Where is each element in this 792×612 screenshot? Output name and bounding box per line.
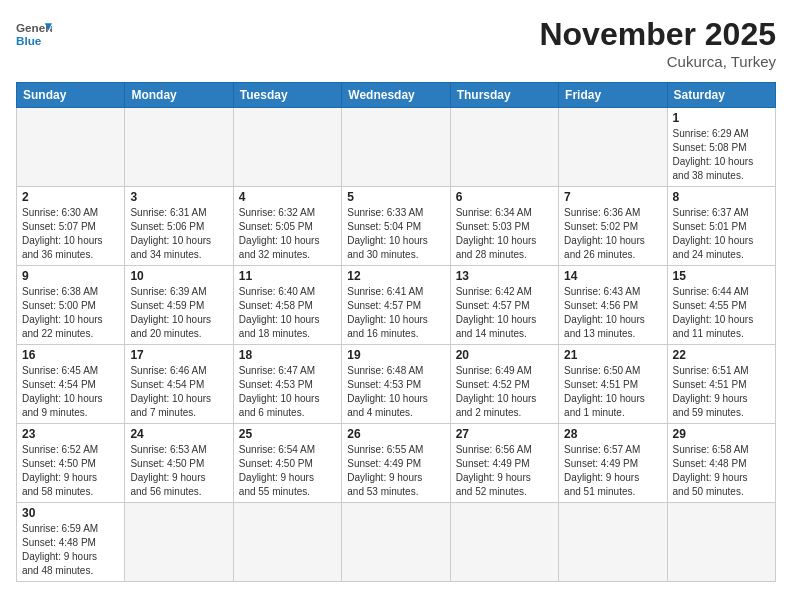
day-info: Sunrise: 6:37 AM Sunset: 5:01 PM Dayligh… xyxy=(673,206,770,262)
day-info: Sunrise: 6:29 AM Sunset: 5:08 PM Dayligh… xyxy=(673,127,770,183)
day-info: Sunrise: 6:57 AM Sunset: 4:49 PM Dayligh… xyxy=(564,443,661,499)
month-title: November 2025 xyxy=(539,16,776,53)
day-number: 8 xyxy=(673,190,770,204)
day-number: 7 xyxy=(564,190,661,204)
day-info: Sunrise: 6:44 AM Sunset: 4:55 PM Dayligh… xyxy=(673,285,770,341)
week-row-1: 1Sunrise: 6:29 AM Sunset: 5:08 PM Daylig… xyxy=(17,108,776,187)
calendar-cell xyxy=(233,503,341,582)
weekday-header-monday: Monday xyxy=(125,83,233,108)
calendar-cell: 16Sunrise: 6:45 AM Sunset: 4:54 PM Dayli… xyxy=(17,345,125,424)
day-info: Sunrise: 6:45 AM Sunset: 4:54 PM Dayligh… xyxy=(22,364,119,420)
calendar-cell: 27Sunrise: 6:56 AM Sunset: 4:49 PM Dayli… xyxy=(450,424,558,503)
day-info: Sunrise: 6:50 AM Sunset: 4:51 PM Dayligh… xyxy=(564,364,661,420)
day-number: 6 xyxy=(456,190,553,204)
calendar-cell xyxy=(450,108,558,187)
day-info: Sunrise: 6:53 AM Sunset: 4:50 PM Dayligh… xyxy=(130,443,227,499)
day-info: Sunrise: 6:40 AM Sunset: 4:58 PM Dayligh… xyxy=(239,285,336,341)
day-number: 10 xyxy=(130,269,227,283)
calendar-cell xyxy=(342,503,450,582)
calendar-cell: 23Sunrise: 6:52 AM Sunset: 4:50 PM Dayli… xyxy=(17,424,125,503)
calendar-cell xyxy=(233,108,341,187)
calendar-cell xyxy=(667,503,775,582)
calendar-cell: 17Sunrise: 6:46 AM Sunset: 4:54 PM Dayli… xyxy=(125,345,233,424)
calendar-cell xyxy=(17,108,125,187)
day-info: Sunrise: 6:48 AM Sunset: 4:53 PM Dayligh… xyxy=(347,364,444,420)
calendar-cell: 29Sunrise: 6:58 AM Sunset: 4:48 PM Dayli… xyxy=(667,424,775,503)
day-info: Sunrise: 6:41 AM Sunset: 4:57 PM Dayligh… xyxy=(347,285,444,341)
day-number: 30 xyxy=(22,506,119,520)
day-info: Sunrise: 6:59 AM Sunset: 4:48 PM Dayligh… xyxy=(22,522,119,578)
day-number: 9 xyxy=(22,269,119,283)
day-number: 21 xyxy=(564,348,661,362)
day-number: 28 xyxy=(564,427,661,441)
calendar-cell: 20Sunrise: 6:49 AM Sunset: 4:52 PM Dayli… xyxy=(450,345,558,424)
week-row-5: 23Sunrise: 6:52 AM Sunset: 4:50 PM Dayli… xyxy=(17,424,776,503)
day-info: Sunrise: 6:51 AM Sunset: 4:51 PM Dayligh… xyxy=(673,364,770,420)
day-info: Sunrise: 6:38 AM Sunset: 5:00 PM Dayligh… xyxy=(22,285,119,341)
day-number: 11 xyxy=(239,269,336,283)
calendar-cell xyxy=(342,108,450,187)
week-row-6: 30Sunrise: 6:59 AM Sunset: 4:48 PM Dayli… xyxy=(17,503,776,582)
day-info: Sunrise: 6:36 AM Sunset: 5:02 PM Dayligh… xyxy=(564,206,661,262)
weekday-header-wednesday: Wednesday xyxy=(342,83,450,108)
day-info: Sunrise: 6:55 AM Sunset: 4:49 PM Dayligh… xyxy=(347,443,444,499)
calendar-cell xyxy=(125,503,233,582)
day-number: 26 xyxy=(347,427,444,441)
calendar-cell: 21Sunrise: 6:50 AM Sunset: 4:51 PM Dayli… xyxy=(559,345,667,424)
day-info: Sunrise: 6:49 AM Sunset: 4:52 PM Dayligh… xyxy=(456,364,553,420)
day-number: 2 xyxy=(22,190,119,204)
day-number: 20 xyxy=(456,348,553,362)
day-info: Sunrise: 6:42 AM Sunset: 4:57 PM Dayligh… xyxy=(456,285,553,341)
day-info: Sunrise: 6:30 AM Sunset: 5:07 PM Dayligh… xyxy=(22,206,119,262)
calendar-cell: 3Sunrise: 6:31 AM Sunset: 5:06 PM Daylig… xyxy=(125,187,233,266)
calendar-cell: 18Sunrise: 6:47 AM Sunset: 4:53 PM Dayli… xyxy=(233,345,341,424)
day-number: 14 xyxy=(564,269,661,283)
calendar-cell: 12Sunrise: 6:41 AM Sunset: 4:57 PM Dayli… xyxy=(342,266,450,345)
day-number: 15 xyxy=(673,269,770,283)
weekday-header-friday: Friday xyxy=(559,83,667,108)
day-info: Sunrise: 6:39 AM Sunset: 4:59 PM Dayligh… xyxy=(130,285,227,341)
weekday-header-thursday: Thursday xyxy=(450,83,558,108)
calendar-cell xyxy=(125,108,233,187)
day-number: 1 xyxy=(673,111,770,125)
day-number: 22 xyxy=(673,348,770,362)
day-info: Sunrise: 6:52 AM Sunset: 4:50 PM Dayligh… xyxy=(22,443,119,499)
calendar-cell xyxy=(559,503,667,582)
header: General Blue November 2025 Cukurca, Turk… xyxy=(16,16,776,70)
day-number: 25 xyxy=(239,427,336,441)
logo-icon: General Blue xyxy=(16,16,52,52)
calendar-cell: 5Sunrise: 6:33 AM Sunset: 5:04 PM Daylig… xyxy=(342,187,450,266)
calendar-cell: 19Sunrise: 6:48 AM Sunset: 4:53 PM Dayli… xyxy=(342,345,450,424)
calendar-cell: 26Sunrise: 6:55 AM Sunset: 4:49 PM Dayli… xyxy=(342,424,450,503)
calendar-cell: 15Sunrise: 6:44 AM Sunset: 4:55 PM Dayli… xyxy=(667,266,775,345)
day-number: 12 xyxy=(347,269,444,283)
day-info: Sunrise: 6:56 AM Sunset: 4:49 PM Dayligh… xyxy=(456,443,553,499)
day-number: 17 xyxy=(130,348,227,362)
svg-text:Blue: Blue xyxy=(16,34,42,47)
day-number: 3 xyxy=(130,190,227,204)
day-number: 24 xyxy=(130,427,227,441)
day-number: 16 xyxy=(22,348,119,362)
calendar-cell: 6Sunrise: 6:34 AM Sunset: 5:03 PM Daylig… xyxy=(450,187,558,266)
day-info: Sunrise: 6:34 AM Sunset: 5:03 PM Dayligh… xyxy=(456,206,553,262)
day-number: 29 xyxy=(673,427,770,441)
logo: General Blue xyxy=(16,16,52,52)
day-info: Sunrise: 6:47 AM Sunset: 4:53 PM Dayligh… xyxy=(239,364,336,420)
calendar-cell: 24Sunrise: 6:53 AM Sunset: 4:50 PM Dayli… xyxy=(125,424,233,503)
day-number: 23 xyxy=(22,427,119,441)
weekday-header-tuesday: Tuesday xyxy=(233,83,341,108)
calendar-cell xyxy=(450,503,558,582)
calendar-cell: 30Sunrise: 6:59 AM Sunset: 4:48 PM Dayli… xyxy=(17,503,125,582)
calendar-cell: 7Sunrise: 6:36 AM Sunset: 5:02 PM Daylig… xyxy=(559,187,667,266)
calendar-cell: 22Sunrise: 6:51 AM Sunset: 4:51 PM Dayli… xyxy=(667,345,775,424)
calendar-cell: 1Sunrise: 6:29 AM Sunset: 5:08 PM Daylig… xyxy=(667,108,775,187)
weekday-header-saturday: Saturday xyxy=(667,83,775,108)
day-info: Sunrise: 6:31 AM Sunset: 5:06 PM Dayligh… xyxy=(130,206,227,262)
day-info: Sunrise: 6:54 AM Sunset: 4:50 PM Dayligh… xyxy=(239,443,336,499)
title-area: November 2025 Cukurca, Turkey xyxy=(539,16,776,70)
calendar-cell: 8Sunrise: 6:37 AM Sunset: 5:01 PM Daylig… xyxy=(667,187,775,266)
svg-text:General: General xyxy=(16,21,52,34)
calendar-cell: 2Sunrise: 6:30 AM Sunset: 5:07 PM Daylig… xyxy=(17,187,125,266)
calendar-cell: 25Sunrise: 6:54 AM Sunset: 4:50 PM Dayli… xyxy=(233,424,341,503)
week-row-4: 16Sunrise: 6:45 AM Sunset: 4:54 PM Dayli… xyxy=(17,345,776,424)
